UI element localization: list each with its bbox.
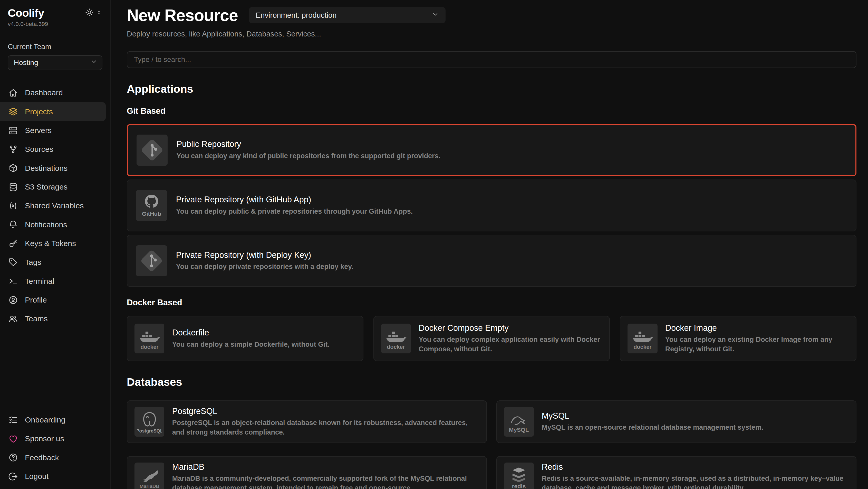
sidebar-item-destinations[interactable]: Destinations <box>0 159 106 177</box>
svg-text:PostgreSQL: PostgreSQL <box>137 429 162 434</box>
card-title: Redis <box>541 462 848 472</box>
heart-icon <box>8 434 18 444</box>
sidebar-item-label: Profile <box>25 296 47 304</box>
user-circle-icon <box>8 295 18 305</box>
app-version: v4.0.0-beta.399 <box>0 21 110 27</box>
environment-select[interactable]: Environment: production <box>249 7 445 24</box>
card-description: You can deploy any kind of public reposi… <box>177 151 440 161</box>
team-select[interactable]: Hosting <box>8 55 102 70</box>
postgresql-logo: PostgreSQL <box>134 407 164 437</box>
card-description: You can deploy public & private reposito… <box>176 207 413 216</box>
variable-parentheses-icon <box>8 201 18 211</box>
card-dockerfile[interactable]: docker Dockerfile You can deploy a simpl… <box>127 316 364 362</box>
svg-text:MySQL: MySQL <box>509 427 529 433</box>
card-redis[interactable]: redis Redis Redis is a source-available,… <box>496 456 857 489</box>
sidebar-item-label: Feedback <box>25 453 59 462</box>
sidebar-item-label: Sources <box>25 145 53 153</box>
card-description: You can deploy a simple Dockerfile, with… <box>172 340 330 349</box>
bell-icon <box>8 220 18 230</box>
sidebar-item-sources[interactable]: Sources <box>0 140 106 159</box>
sidebar-item-keys-tokens[interactable]: Keys & Tokens <box>0 234 106 253</box>
card-title: MySQL <box>541 411 763 421</box>
sidebar-item-label: Onboarding <box>25 415 65 424</box>
card-postgresql[interactable]: PostgreSQL PostgreSQL PostgreSQL is an o… <box>127 400 487 443</box>
home-icon <box>8 88 18 98</box>
layers-icon <box>8 107 18 117</box>
docker-based-cards: docker Dockerfile You can deploy a simpl… <box>127 316 857 362</box>
card-title: Docker Image <box>665 323 849 333</box>
card-public-repository[interactable]: Public Repository You can deploy any kin… <box>127 124 857 176</box>
sidebar-item-label: Logout <box>25 472 49 481</box>
tag-icon <box>8 257 18 267</box>
theme-toggle-sun-icon[interactable] <box>85 8 93 17</box>
card-private-repository-deploy-key[interactable]: Private Repository (with Deploy Key) You… <box>127 235 857 287</box>
sidebar-item-label: Sponsor us <box>25 434 64 443</box>
card-private-repository-github-app[interactable]: GitHub Private Repository (with GitHub A… <box>127 179 857 232</box>
database-icon <box>8 182 18 192</box>
sidebar-item-sponsor-us[interactable]: Sponsor us <box>0 429 106 448</box>
sidebar-item-profile[interactable]: Profile <box>0 290 106 309</box>
sidebar-item-teams[interactable]: Teams <box>0 310 106 328</box>
card-description: Redis is a source-available, in-memory s… <box>541 474 848 489</box>
sidebar-footer-nav: Onboarding Sponsor us Feedback Logout <box>0 410 110 486</box>
card-docker-image[interactable]: docker Docker Image You can deploy an ex… <box>620 316 857 362</box>
sidebar-item-logout[interactable]: Logout <box>0 467 106 486</box>
app-logo: Coolify <box>8 7 44 19</box>
sidebar-nav: Dashboard Projects Servers Sources Desti… <box>0 84 110 328</box>
sidebar-item-feedback[interactable]: Feedback <box>0 448 106 467</box>
page-title: New Resource <box>127 6 238 25</box>
search-input[interactable] <box>127 51 857 68</box>
logout-icon <box>8 471 18 482</box>
git-fork-icon <box>8 144 18 154</box>
card-title: Public Repository <box>177 140 440 149</box>
sidebar-item-tags[interactable]: Tags <box>0 253 106 272</box>
section-title-applications: Applications <box>127 83 857 95</box>
card-title: Private Repository (with Deploy Key) <box>176 251 353 260</box>
environment-select-value: Environment: production <box>256 11 337 20</box>
sidebar-item-label: Shared Variables <box>25 201 84 210</box>
sidebar-item-dashboard[interactable]: Dashboard <box>0 84 106 102</box>
github-logo: GitHub <box>136 190 167 221</box>
database-cards: PostgreSQL PostgreSQL PostgreSQL is an o… <box>127 400 857 489</box>
sidebar-item-notifications[interactable]: Notifications <box>0 215 106 234</box>
subsection-title-docker-based: Docker Based <box>127 298 857 308</box>
subsection-title-git-based: Git Based <box>127 106 857 116</box>
chevron-down-icon <box>90 58 97 67</box>
sidebar-item-terminal[interactable]: Terminal <box>0 272 106 290</box>
card-description: MariaDB is a community-developed, commer… <box>172 474 479 489</box>
sidebar-item-onboarding[interactable]: Onboarding <box>0 410 106 429</box>
docker-logo: docker <box>381 324 411 353</box>
sidebar-item-label: Teams <box>25 314 48 323</box>
svg-text:redis: redis <box>512 483 526 489</box>
svg-text:docker: docker <box>141 344 158 350</box>
card-mariadb[interactable]: MariaDB MariaDB MariaDB is a community-d… <box>127 456 487 489</box>
card-mysql[interactable]: MySQL MySQL MySQL is an open-source rela… <box>496 400 857 443</box>
svg-text:GitHub: GitHub <box>142 211 161 217</box>
package-icon <box>8 163 18 173</box>
chevron-down-icon <box>432 11 439 20</box>
card-title: MariaDB <box>172 462 479 472</box>
sidebar-item-servers[interactable]: Servers <box>0 121 106 140</box>
terminal-icon <box>8 276 18 286</box>
sidebar-item-label: Notifications <box>25 220 67 229</box>
sidebar-item-label: Destinations <box>25 164 67 173</box>
chevrons-up-down-icon[interactable] <box>96 9 102 16</box>
question-circle-icon <box>8 453 18 463</box>
sidebar-header: Coolify <box>0 7 110 19</box>
card-description: MySQL is an open-source relational datab… <box>541 423 763 432</box>
sidebar-item-label: Dashboard <box>25 88 63 97</box>
card-title: Docker Compose Empty <box>418 323 602 333</box>
sidebar-item-projects[interactable]: Projects <box>0 102 106 121</box>
sidebar-item-shared-variables[interactable]: Shared Variables <box>0 197 106 215</box>
sidebar-item-label: Tags <box>25 258 41 266</box>
sidebar-item-label: Terminal <box>25 277 54 286</box>
card-description: You can deploy complex application easil… <box>418 335 602 354</box>
team-select-value: Hosting <box>14 59 38 67</box>
sidebar-item-s3-storages[interactable]: S3 Storages <box>0 177 106 196</box>
sidebar-item-label: Servers <box>25 126 52 135</box>
svg-text:docker: docker <box>387 344 405 350</box>
git-icon <box>136 135 167 166</box>
card-description: You can deploy private repositories with… <box>176 262 353 271</box>
checklist-icon <box>8 415 18 425</box>
card-docker-compose-empty[interactable]: docker Docker Compose Empty You can depl… <box>373 316 610 362</box>
